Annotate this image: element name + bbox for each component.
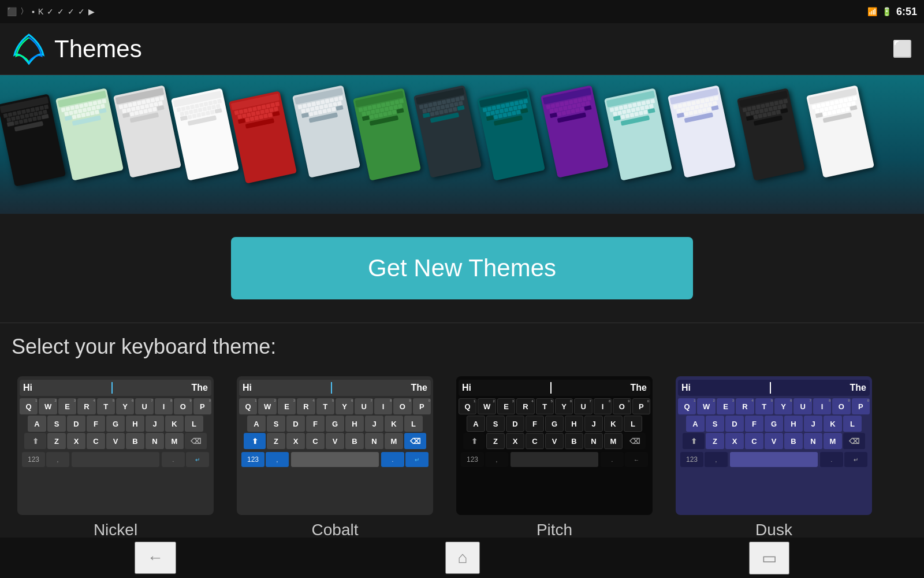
nickel-comma-key[interactable]: , — [46, 452, 69, 467]
nickel-key-n[interactable]: N — [146, 433, 164, 449]
cobalt-key-c[interactable]: C — [306, 433, 325, 449]
back-button[interactable]: ← — [135, 542, 176, 574]
theme-card-nickel[interactable]: Hi The 1Q 2W 3E 4R 5T 6Y 7U 8I 9O 0P A S — [12, 376, 219, 539]
nickel-shift-key[interactable]: ⬆ — [24, 433, 46, 449]
cobalt-key-f[interactable]: F — [306, 416, 325, 432]
pitch-123-key[interactable]: 123 — [461, 452, 484, 467]
pitch-key-u[interactable]: 7U — [574, 398, 592, 414]
nickel-key-q[interactable]: 1Q — [20, 398, 38, 414]
nickel-enter-key[interactable]: ↵ — [186, 452, 209, 467]
nickel-key-a[interactable]: A — [28, 416, 46, 432]
cobalt-key-d[interactable]: D — [286, 416, 305, 432]
pitch-key-e[interactable]: 3E — [497, 398, 515, 414]
dusk-key-d[interactable]: D — [725, 416, 744, 432]
pitch-key-s[interactable]: S — [486, 416, 505, 432]
pitch-key-y[interactable]: 6Y — [555, 398, 573, 414]
nickel-key-o[interactable]: 9O — [174, 398, 192, 414]
cobalt-key-r[interactable]: 4R — [297, 398, 315, 414]
nickel-key-m[interactable]: M — [165, 433, 184, 449]
pitch-key-b[interactable]: B — [565, 433, 583, 449]
nickel-key-w[interactable]: 2W — [39, 398, 57, 414]
cobalt-key-q[interactable]: 1Q — [239, 398, 257, 414]
pitch-key-q[interactable]: 1Q — [459, 398, 476, 414]
dusk-key-r[interactable]: 4R — [736, 398, 754, 414]
dusk-space-key[interactable] — [730, 452, 818, 467]
cobalt-key-e[interactable]: 3E — [278, 398, 296, 414]
pitch-key-l[interactable]: L — [624, 416, 642, 432]
cobalt-key-n[interactable]: N — [365, 433, 383, 449]
cobalt-key-w[interactable]: 2W — [258, 398, 276, 414]
cobalt-key-u[interactable]: 7U — [355, 398, 372, 414]
cobalt-key-g[interactable]: G — [326, 416, 344, 432]
nickel-key-s[interactable]: S — [47, 416, 66, 432]
dusk-key-n[interactable]: N — [804, 433, 822, 449]
dusk-key-o[interactable]: 9O — [832, 398, 850, 414]
nickel-key-i[interactable]: 8I — [155, 398, 173, 414]
dusk-key-t[interactable]: 5T — [755, 398, 773, 414]
dusk-shift-key[interactable]: ⬆ — [683, 433, 705, 449]
nickel-key-f[interactable]: F — [87, 416, 105, 432]
pitch-key-h[interactable]: H — [565, 416, 583, 432]
theme-card-cobalt[interactable]: Hi The 1Q 2W 3E 4R 5T 6Y 7U 8I 9O 0P A S… — [231, 376, 439, 539]
dusk-period-key[interactable]: . — [820, 452, 843, 467]
nickel-key-y[interactable]: 6Y — [116, 398, 134, 414]
dusk-key-m[interactable]: M — [824, 433, 842, 449]
pitch-key-g[interactable]: G — [545, 416, 564, 432]
pitch-key-j[interactable]: J — [584, 416, 603, 432]
dusk-key-g[interactable]: G — [765, 416, 783, 432]
nickel-key-l[interactable]: L — [185, 416, 203, 432]
nickel-key-g[interactable]: G — [106, 416, 125, 432]
pitch-space-key[interactable] — [511, 452, 598, 467]
theme-card-dusk[interactable]: Hi The 1Q 2W 3E 4R 5T 6Y 7U 8I 9O 0P A S… — [670, 376, 878, 539]
cobalt-key-j[interactable]: J — [365, 416, 383, 432]
nickel-key-r[interactable]: 4R — [77, 398, 95, 414]
cobalt-key-s[interactable]: S — [267, 416, 285, 432]
pitch-period-key[interactable]: . — [601, 452, 624, 467]
dusk-key-u[interactable]: 7U — [793, 398, 811, 414]
cobalt-key-m[interactable]: M — [385, 433, 403, 449]
cobalt-shift-key[interactable]: ⬆ — [244, 433, 266, 449]
dusk-key-s[interactable]: S — [706, 416, 724, 432]
pitch-key-v[interactable]: V — [545, 433, 564, 449]
nickel-key-h[interactable]: H — [126, 416, 144, 432]
cobalt-delete-key[interactable]: ⌫ — [404, 433, 426, 449]
cobalt-space-key[interactable] — [291, 452, 379, 467]
cobalt-key-a[interactable]: A — [247, 416, 266, 432]
pitch-key-d[interactable]: D — [506, 416, 524, 432]
dusk-key-j[interactable]: J — [804, 416, 822, 432]
theme-card-pitch[interactable]: Hi The 1Q 2W 3E 4R 5T 6Y 7U 8I 9O 0P A S… — [450, 376, 658, 539]
home-button[interactable]: ⌂ — [445, 542, 480, 574]
nickel-period-key[interactable]: . — [162, 452, 185, 467]
pitch-key-p[interactable]: 0P — [632, 398, 650, 414]
dusk-key-c[interactable]: C — [745, 433, 763, 449]
cobalt-key-x[interactable]: X — [286, 433, 305, 449]
pitch-key-k[interactable]: K — [604, 416, 623, 432]
nickel-key-x[interactable]: X — [67, 433, 85, 449]
dusk-key-i[interactable]: 8I — [813, 398, 831, 414]
nickel-key-t[interactable]: 5T — [97, 398, 115, 414]
cobalt-period-key[interactable]: . — [381, 452, 404, 467]
pitch-key-x[interactable]: X — [506, 433, 524, 449]
dusk-key-e[interactable]: 3E — [717, 398, 735, 414]
get-new-themes-button[interactable]: Get New Themes — [231, 237, 693, 299]
pitch-comma-key[interactable]: , — [485, 452, 508, 467]
cobalt-comma-key[interactable]: , — [266, 452, 289, 467]
pitch-key-o[interactable]: 9O — [613, 398, 631, 414]
nickel-space-key[interactable] — [72, 452, 159, 467]
dusk-enter-key[interactable]: ↵ — [844, 452, 867, 467]
cobalt-key-b[interactable]: B — [345, 433, 364, 449]
dusk-key-x[interactable]: X — [725, 433, 744, 449]
nickel-key-k[interactable]: K — [165, 416, 184, 432]
cobalt-key-v[interactable]: V — [326, 433, 344, 449]
nickel-key-u[interactable]: 7U — [135, 398, 153, 414]
dusk-key-l[interactable]: L — [843, 416, 862, 432]
dusk-key-f[interactable]: F — [745, 416, 763, 432]
pitch-key-a[interactable]: A — [467, 416, 485, 432]
dusk-key-a[interactable]: A — [686, 416, 705, 432]
cobalt-key-t[interactable]: 5T — [316, 398, 334, 414]
nickel-key-d[interactable]: D — [67, 416, 85, 432]
nickel-key-c[interactable]: C — [87, 433, 105, 449]
cobalt-key-y[interactable]: 6Y — [336, 398, 353, 414]
nickel-key-b[interactable]: B — [126, 433, 144, 449]
dusk-key-q[interactable]: 1Q — [678, 398, 696, 414]
